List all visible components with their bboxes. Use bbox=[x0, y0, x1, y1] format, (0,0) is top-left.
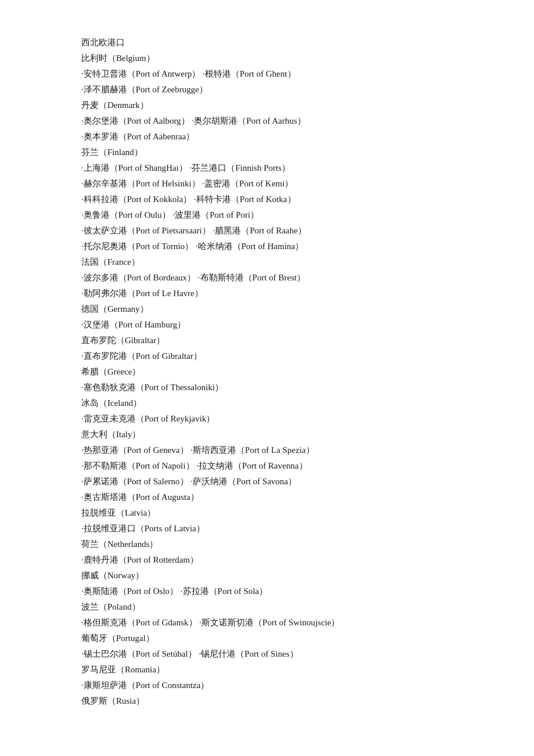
country-header: 希腊（Greece） bbox=[81, 364, 453, 380]
country-block: 葡萄牙（Portugal）·锡土巴尔港（Port of Setúbal） ·锡尼… bbox=[81, 631, 453, 662]
country-block: 比利时（Belgium）·安特卫普港（Port of Antwerp） ·根特港… bbox=[81, 51, 453, 98]
country-block: 意大利（Italy）·热那亚港（Port of Geneva） ·斯培西亚港（P… bbox=[81, 427, 453, 505]
country-block: 冰岛（Iceland）·雷克亚未克港（Port of Reykjavik） bbox=[81, 395, 453, 427]
port-line: ·热那亚港（Port of Geneva） ·斯培西亚港（Port of La … bbox=[81, 442, 453, 458]
port-line: ·汉堡港（Port of Hamburg） bbox=[81, 317, 453, 333]
port-line: ·赫尔辛基港（Port of Helsinki） ·盖密港（Port of Ke… bbox=[81, 176, 453, 192]
country-block: 芬兰（Finland）·上海港（Port of ShangHai） ·芬兰港口（… bbox=[81, 145, 453, 254]
country-header: 法国（France） bbox=[81, 254, 453, 270]
port-line: ·奥本罗港（Port of Aabenraa） bbox=[81, 129, 453, 145]
port-line: ·彼太萨立港（Port of Pietsarsaari） ·腊黑港（Port o… bbox=[81, 223, 453, 239]
country-header: 荷兰（Netherlands） bbox=[81, 537, 453, 552]
port-line: ·格但斯克港（Port of Gdansk） ·斯文诺斯切港（Port of S… bbox=[81, 615, 453, 631]
country-header: 芬兰（Finland） bbox=[81, 145, 453, 160]
port-line: ·萨累诺港（Port of Salerno） ·萨沃纳港（Port of Sav… bbox=[81, 474, 453, 489]
port-line: ·安特卫普港（Port of Antwerp） ·根特港（Port of Ghe… bbox=[81, 66, 453, 82]
country-block: 罗马尼亚（Romania）·康斯坦萨港（Port of Constantza） bbox=[81, 662, 453, 693]
country-header: 冰岛（Iceland） bbox=[81, 395, 453, 411]
country-block: 丹麦（Denmark）·奥尔堡港（Port of Aalborg） ·奥尔胡斯港… bbox=[81, 98, 453, 145]
port-line: ·锡土巴尔港（Port of Setúbal） ·锡尼什港（Port of Si… bbox=[81, 646, 453, 662]
port-line: ·科科拉港（Port of Kokkola） ·科特卡港（Port of Kot… bbox=[81, 192, 453, 207]
port-line: ·雷克亚未克港（Port of Reykjavik） bbox=[81, 411, 453, 427]
country-block: 荷兰（Netherlands）·鹿特丹港（Port of Rotterdam） bbox=[81, 537, 453, 568]
port-line: ·上海港（Port of ShangHai） ·芬兰港口（Finnish Por… bbox=[81, 160, 453, 176]
country-header: 比利时（Belgium） bbox=[81, 51, 453, 66]
country-header: 罗马尼亚（Romania） bbox=[81, 662, 453, 678]
country-header: 直布罗陀（Gibraltar） bbox=[81, 333, 453, 348]
country-header: 德国（Germany） bbox=[81, 301, 453, 317]
country-block: 德国（Germany）·汉堡港（Port of Hamburg） bbox=[81, 301, 453, 333]
port-line: ·泽不腊赫港（Port of Zeebrugge） bbox=[81, 82, 453, 98]
port-line: ·拉脱维亚港口（Ports of Latvia） bbox=[81, 521, 453, 537]
port-line: ·奥鲁港（Port of Oulu） ·波里港（Port of Pori） bbox=[81, 207, 453, 223]
port-line: ·勒阿弗尔港（Port of Le Havre） bbox=[81, 286, 453, 301]
port-line: ·塞色勒狄克港（Port of Thessaloniki） bbox=[81, 380, 453, 395]
countries-list: 比利时（Belgium）·安特卫普港（Port of Antwerp） ·根特港… bbox=[81, 51, 453, 709]
country-header: 波兰（Poland） bbox=[81, 599, 453, 615]
country-header: 挪威（Norway） bbox=[81, 568, 453, 584]
port-line: ·鹿特丹港（Port of Rotterdam） bbox=[81, 552, 453, 568]
country-header: 拉脱维亚（Latvia） bbox=[81, 505, 453, 521]
port-line: ·奥斯陆港（Port of Oslo） ·苏拉港（Port of Sola） bbox=[81, 584, 453, 599]
country-header: 丹麦（Denmark） bbox=[81, 98, 453, 113]
port-line: ·波尔多港（Port of Bordeaux） ·布勒斯特港（Port of B… bbox=[81, 270, 453, 286]
country-block: 波兰（Poland）·格但斯克港（Port of Gdansk） ·斯文诺斯切港… bbox=[81, 599, 453, 631]
port-line: ·托尔尼奥港（Port of Tornio） ·哈米纳港（Port of Ham… bbox=[81, 239, 453, 254]
port-line: ·康斯坦萨港（Port of Constantza） bbox=[81, 678, 453, 693]
port-line: ·那不勒斯港（Port of Napoli） ·拉文纳港（Port of Rav… bbox=[81, 458, 453, 474]
port-line: ·直布罗陀港（Port of Gibraltar） bbox=[81, 348, 453, 364]
section-title: 西北欧港口 bbox=[81, 35, 453, 51]
country-header: 俄罗斯（Rusia） bbox=[81, 693, 453, 709]
country-block: 俄罗斯（Rusia） bbox=[81, 693, 453, 709]
country-block: 希腊（Greece）·塞色勒狄克港（Port of Thessaloniki） bbox=[81, 364, 453, 395]
country-header: 意大利（Italy） bbox=[81, 427, 453, 442]
port-line: ·奥尔堡港（Port of Aalborg） ·奥尔胡斯港（Port of Aa… bbox=[81, 113, 453, 129]
country-block: 拉脱维亚（Latvia）·拉脱维亚港口（Ports of Latvia） bbox=[81, 505, 453, 537]
country-block: 挪威（Norway）·奥斯陆港（Port of Oslo） ·苏拉港（Port … bbox=[81, 568, 453, 599]
country-block: 法国（France）·波尔多港（Port of Bordeaux） ·布勒斯特港… bbox=[81, 254, 453, 301]
country-header: 葡萄牙（Portugal） bbox=[81, 631, 453, 646]
port-line: ·奥古斯塔港（Port of Augusta） bbox=[81, 489, 453, 505]
page-container: 西北欧港口 比利时（Belgium）·安特卫普港（Port of Antwerp… bbox=[81, 35, 453, 709]
country-block: 直布罗陀（Gibraltar）·直布罗陀港（Port of Gibraltar） bbox=[81, 333, 453, 364]
